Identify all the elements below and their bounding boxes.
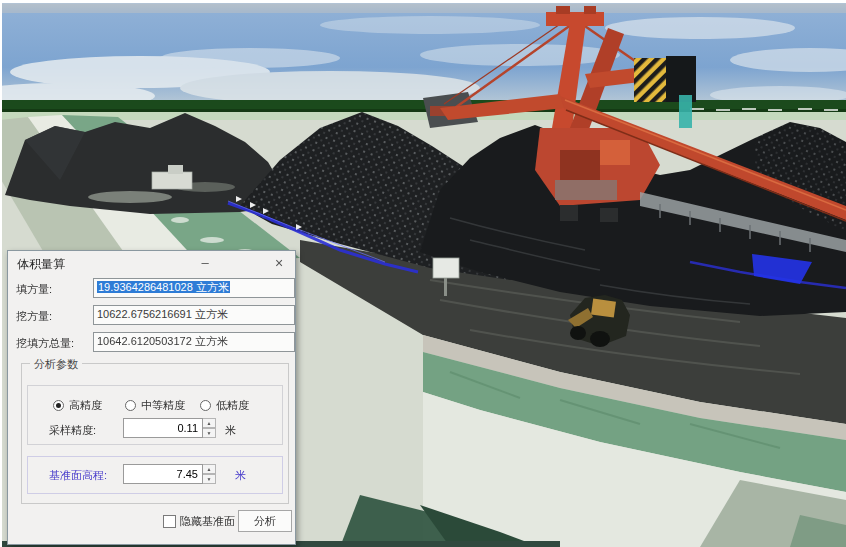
radio-medium-label: 中等精度 bbox=[141, 398, 185, 413]
radio-medium-precision[interactable]: 中等精度 bbox=[125, 398, 185, 413]
radio-unselected-icon bbox=[200, 400, 211, 411]
radio-low-precision[interactable]: 低精度 bbox=[200, 398, 249, 413]
radio-high-precision[interactable]: 高精度 bbox=[53, 398, 102, 413]
close-icon[interactable]: × bbox=[266, 253, 292, 271]
spinner-down-icon[interactable]: ▼ bbox=[203, 428, 216, 438]
sampling-precision-label: 采样精度: bbox=[49, 423, 96, 438]
spinner-buttons[interactable]: ▲▼ bbox=[203, 464, 216, 484]
radio-high-label: 高精度 bbox=[69, 398, 102, 413]
sky bbox=[0, 0, 846, 112]
app-window: 体积量算 – × 填方量: 19.9364286481028 立方米 挖方量: … bbox=[0, 0, 846, 547]
analysis-params-group: 分析参数 高精度 中等精度 低精度 采样精度: bbox=[21, 363, 289, 504]
fill-volume-field[interactable]: 19.9364286481028 立方米 bbox=[93, 278, 295, 298]
fill-volume-label: 填方量: bbox=[16, 282, 94, 297]
spinner-down-icon[interactable]: ▼ bbox=[203, 474, 216, 484]
hide-datum-checkbox-row[interactable]: 隐藏基准面 bbox=[163, 514, 235, 529]
analyze-button[interactable]: 分析 bbox=[238, 510, 292, 532]
treeline bbox=[0, 100, 846, 113]
datum-box: 基准面高程: ▲▼ 米 bbox=[27, 456, 283, 494]
sampling-unit: 米 bbox=[225, 423, 236, 438]
checkbox-unchecked-icon[interactable] bbox=[163, 515, 176, 528]
sampling-precision-spinner: ▲▼ bbox=[123, 418, 216, 438]
radio-low-label: 低精度 bbox=[216, 398, 249, 413]
datum-elevation-label: 基准面高程: bbox=[49, 468, 107, 483]
total-volume-label: 挖填方总量: bbox=[16, 336, 94, 351]
datum-elevation-input[interactable] bbox=[123, 464, 203, 484]
spinner-up-icon[interactable]: ▲ bbox=[203, 464, 216, 474]
minimize-button[interactable]: – bbox=[192, 253, 218, 271]
radio-unselected-icon bbox=[125, 400, 136, 411]
sampling-precision-input[interactable] bbox=[123, 418, 203, 438]
spinner-up-icon[interactable]: ▲ bbox=[203, 418, 216, 428]
total-volume-value: 10642.6120503172 立方米 bbox=[97, 335, 228, 347]
datum-unit: 米 bbox=[235, 468, 246, 483]
precision-radio-row: 高精度 中等精度 低精度 bbox=[28, 398, 282, 412]
cut-volume-field[interactable]: 10622.6756216691 立方米 bbox=[93, 305, 295, 325]
precision-box: 高精度 中等精度 低精度 采样精度: ▲▼ 米 bbox=[27, 385, 283, 445]
dialog-title: 体积量算 bbox=[17, 256, 65, 273]
volume-measurement-dialog: 体积量算 – × 填方量: 19.9364286481028 立方米 挖方量: … bbox=[7, 250, 296, 545]
frame-edge-left bbox=[0, 0, 2, 547]
total-volume-field[interactable]: 10642.6120503172 立方米 bbox=[93, 332, 295, 352]
counterweight-hazard-box bbox=[634, 58, 668, 102]
radio-selected-icon bbox=[53, 400, 64, 411]
dialog-titlebar[interactable]: 体积量算 – × bbox=[8, 251, 295, 273]
frame-edge-top bbox=[0, 0, 846, 3]
hide-datum-label: 隐藏基准面 bbox=[180, 514, 235, 529]
cut-volume-value: 10622.6756216691 立方米 bbox=[97, 308, 228, 320]
cut-volume-label: 挖方量: bbox=[16, 309, 94, 324]
analysis-params-title: 分析参数 bbox=[30, 357, 82, 372]
fill-volume-value: 19.9364286481028 立方米 bbox=[97, 281, 230, 293]
spinner-buttons[interactable]: ▲▼ bbox=[203, 418, 216, 438]
teal-chute-marker bbox=[679, 95, 692, 128]
datum-elevation-spinner: ▲▼ bbox=[123, 464, 216, 484]
